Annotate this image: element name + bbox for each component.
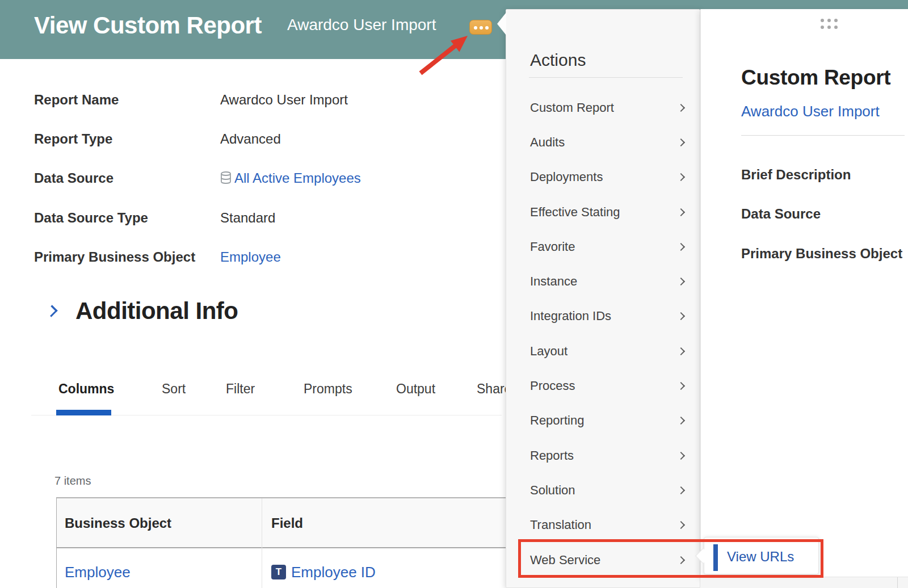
chevron-right-icon <box>677 452 685 460</box>
field-value: Standard <box>220 209 275 227</box>
view-urls-menu-item[interactable]: View URLs <box>727 548 794 565</box>
column-header-business-object[interactable]: Business Object <box>65 515 171 532</box>
actions-menu: Actions Custom Report Audits Deployments <box>506 9 700 588</box>
menu-item-label: Integration IDs <box>530 309 611 324</box>
panel-divider <box>741 135 905 136</box>
text-type-badge: T <box>271 565 286 579</box>
database-icon <box>220 171 232 184</box>
field-value: Employee <box>220 248 281 266</box>
menu-item-label: Layout <box>530 344 568 359</box>
active-tab-underline <box>56 410 111 415</box>
panel-label: Data Source <box>741 205 821 222</box>
chevron-right-icon <box>677 138 685 146</box>
menu-item[interactable]: Favorite <box>506 229 700 264</box>
panel-report-link[interactable]: Awardco User Import <box>741 102 880 120</box>
field-row: Report Type Advanced <box>0 130 506 148</box>
menu-item[interactable]: Web Service <box>506 543 700 577</box>
chevron-right-icon <box>677 173 685 181</box>
field-label: Report Name <box>34 91 119 109</box>
chevron-right-icon <box>677 208 685 216</box>
field-value: Advanced <box>220 130 281 148</box>
field-label: Data Source <box>34 169 114 187</box>
field-label: Primary Business Object <box>34 248 195 266</box>
menu-item-label: Reporting <box>530 413 584 428</box>
field-label: Data Source Type <box>34 209 148 227</box>
field-row: Data Source All Active Employees <box>0 169 506 187</box>
menu-item[interactable]: Integration IDs <box>506 299 700 334</box>
menu-item[interactable]: Translation <box>506 508 700 543</box>
ellipsis-dot <box>474 26 477 30</box>
field-row: Data Source Type Standard <box>0 209 506 227</box>
page-title: View Custom Report <box>34 12 262 39</box>
ellipsis-dot <box>480 26 483 30</box>
menu-item[interactable]: Effective Stating <box>506 195 700 229</box>
field-row: Report Name Awardco User Import <box>0 91 506 109</box>
bottom-strip <box>700 577 908 588</box>
chevron-right-icon <box>677 347 685 355</box>
menu-item[interactable]: Deployments <box>506 160 700 195</box>
panel-label: Primary Business Object <box>741 245 902 262</box>
actions-menu-divider <box>529 77 683 78</box>
menu-item-label: Favorite <box>530 240 575 254</box>
menu-item-label: Reports <box>530 448 574 463</box>
tab[interactable]: Output <box>396 380 435 397</box>
tab[interactable]: Prompts <box>304 380 352 397</box>
web-service-submenu: View URLs <box>704 537 819 574</box>
drag-handle-icon[interactable] <box>821 19 838 29</box>
menu-item-label: Effective Stating <box>530 205 620 220</box>
tab[interactable]: Sort <box>162 380 186 397</box>
field-link[interactable]: Employee ID <box>291 564 376 581</box>
panel-title: Custom Report <box>741 65 890 91</box>
table-edge-line <box>897 577 898 588</box>
custom-report-panel: Custom Report Awardco User Import Brief … <box>700 9 908 577</box>
menu-item-label: Process <box>530 379 575 393</box>
chevron-right-icon <box>677 278 685 285</box>
chevron-right-icon <box>677 486 685 494</box>
panel-label: Brief Description <box>741 166 851 183</box>
column-header-field[interactable]: Field <box>271 515 303 532</box>
submenu-selection-bar <box>713 544 718 571</box>
menu-item[interactable]: Reporting <box>506 404 700 438</box>
actions-menu-title: Actions <box>530 50 586 70</box>
menu-item-label: Deployments <box>530 170 603 184</box>
expand-chevron-icon[interactable] <box>45 305 57 317</box>
menu-item-label: Audits <box>530 135 565 150</box>
menu-item-label: Custom Report <box>530 100 614 115</box>
menu-item[interactable]: Audits <box>506 125 700 159</box>
chevron-right-icon <box>677 382 685 390</box>
menu-item-label: Instance <box>530 274 577 289</box>
menu-item-label: Translation <box>530 518 591 532</box>
tab[interactable]: Filter <box>226 380 255 397</box>
chevron-right-icon <box>677 243 685 251</box>
menu-item[interactable]: Solution <box>506 473 700 507</box>
main-content: Report Name Awardco User Import Report T… <box>0 59 506 588</box>
menu-item[interactable]: Reports <box>506 438 700 473</box>
menu-item-label: Web Service <box>530 553 600 568</box>
tab[interactable]: Columns <box>58 380 114 397</box>
chevron-right-icon <box>677 417 685 425</box>
menu-item[interactable]: Custom Report <box>506 90 700 125</box>
menu-item-label: Solution <box>530 483 575 498</box>
page-subtitle: Awardco User Import <box>287 15 436 35</box>
field-value: All Active Employees <box>220 169 361 187</box>
chevron-right-icon <box>677 521 685 529</box>
related-actions-button[interactable] <box>469 20 492 35</box>
menu-item[interactable]: Process <box>506 368 700 403</box>
chevron-right-icon <box>677 556 685 564</box>
menu-item[interactable]: Instance <box>506 264 700 299</box>
section-heading: Additional Info <box>75 297 238 325</box>
menu-caret <box>497 12 506 35</box>
actions-menu-items: Custom Report Audits Deployments Effecti… <box>506 90 700 577</box>
field-value: Awardco User Import <box>220 91 348 109</box>
column-divider <box>262 498 262 588</box>
chevron-right-icon <box>677 312 685 320</box>
menu-item[interactable]: Layout <box>506 334 700 368</box>
items-count: 7 items <box>54 473 91 488</box>
business-object-link[interactable]: Employee <box>65 564 131 581</box>
chevron-right-icon <box>677 104 685 112</box>
ellipsis-dot <box>485 26 489 30</box>
field-row: Primary Business Object Employee <box>0 248 506 266</box>
field-label: Report Type <box>34 130 112 148</box>
